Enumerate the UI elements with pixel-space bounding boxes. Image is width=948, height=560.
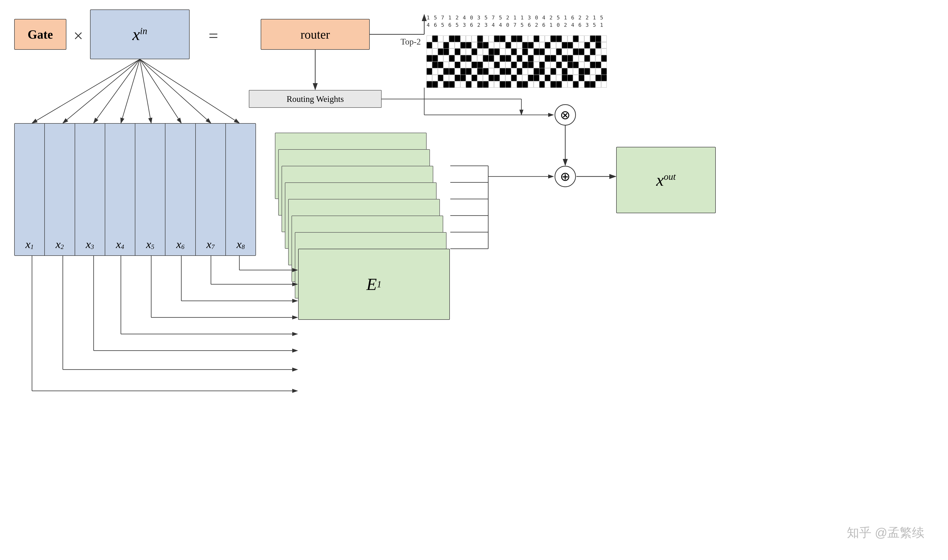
grid-cell	[601, 55, 607, 62]
grid-cell	[601, 81, 607, 88]
grid-cell	[573, 81, 578, 88]
grid-cell	[444, 42, 449, 49]
grid-cell	[534, 68, 539, 75]
times-sign: ×	[74, 26, 83, 46]
grid-cell	[483, 35, 489, 42]
grid-cell	[483, 42, 489, 49]
grid-cell	[584, 62, 590, 68]
grid-cell	[506, 42, 511, 49]
grid-cell	[455, 35, 460, 42]
grid-cell	[432, 75, 438, 81]
grid-cell	[601, 68, 607, 75]
grid-cell	[545, 35, 550, 42]
grid-cell	[444, 49, 449, 55]
grid-cell	[500, 35, 505, 42]
grid-cell	[556, 55, 562, 62]
grid-cell	[584, 35, 590, 42]
grid-cell	[567, 35, 573, 42]
grid-cell	[444, 35, 449, 42]
grid-cell	[427, 62, 432, 68]
grid-cell	[511, 81, 516, 88]
grid-cell	[449, 49, 455, 55]
grid-cell	[540, 49, 545, 55]
grid-cell	[427, 68, 432, 75]
grid-cell	[573, 42, 578, 49]
grid-cell	[528, 68, 533, 75]
grid-cell	[500, 68, 505, 75]
grid-cell	[584, 42, 590, 49]
grid-cell	[596, 35, 601, 42]
grid-cell	[573, 68, 578, 75]
equals-sign: =	[208, 26, 218, 46]
grid-cell	[534, 42, 539, 49]
grid-cell	[523, 75, 528, 81]
grid-cell	[472, 75, 477, 81]
grid-cell	[438, 55, 444, 62]
grid-cell	[438, 81, 444, 88]
grid-cell	[506, 62, 511, 68]
grid-cell	[444, 81, 449, 88]
grid-cell	[461, 68, 466, 75]
grid-cell	[444, 55, 449, 62]
grid-cell	[534, 75, 539, 81]
grid-cell	[562, 68, 567, 75]
grid-cell	[584, 75, 590, 81]
grid-cell	[550, 49, 556, 55]
grid-cell	[432, 42, 438, 49]
grid-cell	[455, 55, 460, 62]
grid-cell	[506, 35, 511, 42]
grid-cell	[534, 62, 539, 68]
routing-weights-box: Routing Weights	[249, 90, 382, 108]
grid-cell	[579, 42, 584, 49]
grid-cell	[556, 75, 562, 81]
grid-cell	[573, 75, 578, 81]
grid-cell	[472, 68, 477, 75]
top2-numbers-row1: 1 5 7 1 2 4 0 3 5 7 5 2 1 1 3 0 4 2 5 1 …	[427, 14, 607, 29]
grid-cell	[579, 35, 584, 42]
grid-cell	[500, 81, 505, 88]
grid-cell	[556, 49, 562, 55]
grid-cell	[438, 35, 444, 42]
svg-line-8	[121, 59, 140, 123]
grid-cell	[477, 49, 483, 55]
grid-cell	[540, 75, 545, 81]
grid-cell	[584, 55, 590, 62]
svg-line-9	[140, 59, 151, 123]
grid-cell	[596, 75, 601, 81]
grid-cell	[545, 42, 550, 49]
otimes-operator: ⊗	[555, 104, 576, 126]
grid-cell	[477, 35, 483, 42]
grid-cell	[528, 55, 533, 62]
grid-cell	[584, 68, 590, 75]
grid-cell	[601, 49, 607, 55]
grid-cell	[466, 75, 472, 81]
grid-cell	[517, 35, 523, 42]
grid-cell	[573, 35, 578, 42]
grid-cell	[461, 42, 466, 49]
grid-cell	[584, 49, 590, 55]
grid-cell	[523, 35, 528, 42]
grid-cell	[523, 55, 528, 62]
grid-cell	[517, 55, 523, 62]
expert-x6: x6	[165, 124, 196, 255]
oplus-operator: ⊕	[555, 166, 576, 187]
grid-cell	[466, 35, 472, 42]
grid-cell	[567, 75, 573, 81]
grid-cell	[427, 42, 432, 49]
grid-cell	[494, 62, 499, 68]
grid-cell	[432, 68, 438, 75]
grid-cell	[427, 75, 432, 81]
grid-cell	[556, 62, 562, 68]
grid-cell	[550, 42, 556, 49]
grid-cell	[517, 75, 523, 81]
grid-cell	[562, 55, 567, 62]
expert-x4: x4	[105, 124, 135, 255]
grid-cell	[579, 81, 584, 88]
grid-cell	[483, 62, 489, 68]
grid-cell	[556, 81, 562, 88]
grid-cell	[489, 55, 494, 62]
grid-cell	[494, 75, 499, 81]
grid-cell	[466, 49, 472, 55]
grid-cell	[550, 68, 556, 75]
e-block-1: E1	[298, 249, 450, 320]
